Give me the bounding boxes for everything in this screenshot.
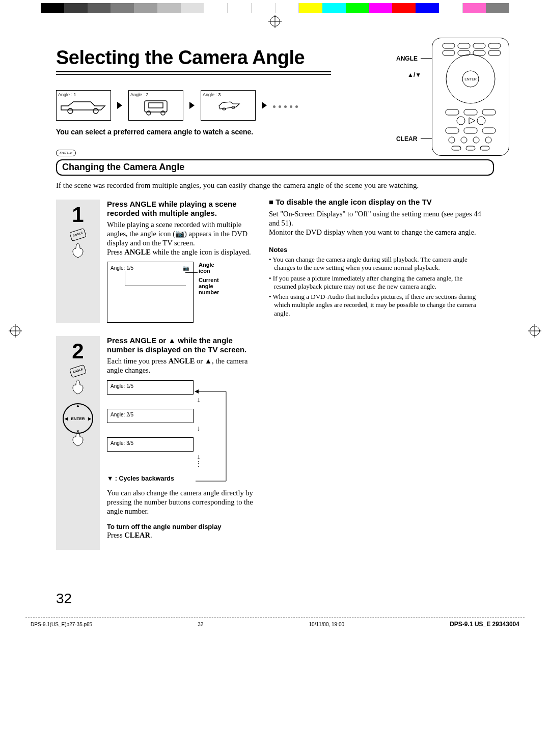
dvd-v-badge: DVD-V <box>56 150 76 156</box>
svg-point-14 <box>457 117 465 125</box>
remote-control-illustration: ANGLE ▲/▼ CLEAR ENTER <box>423 38 509 165</box>
svg-point-21 <box>461 137 467 143</box>
angle-button-icon-2: ANGLE <box>69 365 87 378</box>
remote-label-clear: CLEAR <box>396 135 417 143</box>
cycle-arrow-icon <box>195 386 235 483</box>
registration-mark-right <box>530 326 540 336</box>
step-1-heading: Press ANGLE while playing a scene record… <box>107 200 255 218</box>
footer-docid: DPS-9.1 US_E 29343004 <box>450 621 519 628</box>
disable-icon-p1: Set "On-Screen Displays" to "Off" using … <box>269 209 483 228</box>
step-1-screen-text: Angle: 1/5 <box>111 265 133 271</box>
ellipsis-dots <box>273 101 301 110</box>
step-2-text-1: Each time you press ANGLE or ▲, the came… <box>107 356 255 375</box>
angle-example-1-label: Angle : 1 <box>58 92 76 97</box>
step-2-screen-3: Angle: 3/5 <box>107 437 194 452</box>
svg-rect-3 <box>443 43 455 48</box>
page-number: 32 <box>56 591 494 607</box>
step-1: 1 ANGLE Press ANGLE while playing a scen… <box>56 200 255 323</box>
svg-point-16 <box>477 117 485 125</box>
notes-list-item: If you pause a picture immediately after… <box>269 274 483 291</box>
registration-mark-top <box>270 16 280 26</box>
svg-rect-30 <box>149 103 163 108</box>
svg-rect-17 <box>446 128 459 133</box>
svg-rect-10 <box>488 50 501 55</box>
svg-rect-11 <box>446 109 459 115</box>
footer-date: 10/11/00, 19:00 <box>309 622 345 627</box>
svg-point-22 <box>473 137 479 143</box>
arrow-right-icon <box>117 102 122 109</box>
title-underline <box>56 71 331 75</box>
arrow-right-icon <box>262 102 267 109</box>
section-intro: If the scene was recorded from multiple … <box>56 181 494 190</box>
svg-marker-15 <box>469 118 475 124</box>
remote-label-arrows: ▲/▼ <box>407 71 421 78</box>
notes-list: You can change the camera angle during s… <box>269 256 483 318</box>
step-1-screen: Angle: 1/5 📷 <box>107 262 194 323</box>
svg-rect-25 <box>466 146 475 150</box>
step-2-sidebar: 2 ANGLE ENTER ▲ ▼ ◀ ▶ <box>56 336 100 550</box>
svg-point-28 <box>93 108 98 114</box>
step-1-number: 1 <box>56 203 100 227</box>
svg-rect-18 <box>464 128 477 133</box>
svg-marker-35 <box>195 389 199 394</box>
svg-text:ENTER: ENTER <box>464 77 477 81</box>
remote-label-angle: ANGLE <box>396 55 418 62</box>
step-2-screen-2: Angle: 2/5 <box>107 409 194 423</box>
angle-button-icon: ANGLE <box>69 228 87 241</box>
svg-rect-5 <box>473 43 485 48</box>
step-1-text-2: Press ANGLE while the angle icon is disp… <box>107 247 255 257</box>
color-calibration-bar <box>41 3 509 13</box>
turn-off-heading: To turn off the angle number display <box>107 523 255 530</box>
angle-example-2: Angle : 2 <box>128 90 183 121</box>
svg-point-31 <box>147 111 151 115</box>
angle-example-1: Angle : 1 <box>56 90 111 121</box>
print-footer: DPS-9.1(US_E)p27-35.p65 32 10/11/00, 19:… <box>25 617 525 638</box>
svg-rect-19 <box>482 128 496 133</box>
footer-filename: DPS-9.1(US_E)p27-35.p65 <box>31 622 92 627</box>
svg-point-27 <box>68 108 73 114</box>
callout-angle-icon: Angle icon <box>199 262 214 274</box>
press-angle-icon: ANGLE <box>68 230 88 255</box>
arrow-right-icon <box>189 102 195 109</box>
svg-point-32 <box>161 111 165 115</box>
svg-rect-6 <box>488 43 501 48</box>
press-angle-icon-2: ANGLE <box>68 367 88 391</box>
angle-example-3-label: Angle : 3 <box>203 92 221 97</box>
svg-rect-26 <box>480 146 489 150</box>
footer-page: 32 <box>198 622 203 627</box>
disable-icon-p2: Monitor the DVD display when you want to… <box>269 228 483 237</box>
registration-mark-left <box>10 326 20 336</box>
step-2: 2 ANGLE ENTER ▲ ▼ ◀ ▶ Press ANGL <box>56 336 255 550</box>
step-2-text-2: You can also change the camera angle dir… <box>107 488 255 516</box>
angle-example-3: Angle : 3 <box>201 90 256 121</box>
svg-rect-13 <box>482 109 496 115</box>
notes-heading: Notes <box>269 246 483 254</box>
svg-point-20 <box>449 137 455 143</box>
svg-rect-7 <box>443 50 455 55</box>
step-2-screen-1: Angle: 1/5 <box>107 380 194 395</box>
svg-rect-12 <box>464 109 477 115</box>
svg-rect-4 <box>458 43 470 48</box>
camera-angle-icon: 📷 <box>183 265 189 271</box>
notes-list-item: You can change the camera angle during s… <box>269 256 483 272</box>
turn-off-text: Press CLEAR. <box>107 530 255 540</box>
direction-pad-icon: ENTER ▲ ▼ ◀ ▶ <box>63 403 93 434</box>
notes-list-item: When using a DVD-Audio that includes pic… <box>269 293 483 318</box>
step-2-heading: Press ANGLE or ▲ while the angle number … <box>107 336 255 354</box>
step-2-number: 2 <box>56 339 100 363</box>
step-1-sidebar: 1 ANGLE <box>56 200 100 323</box>
step-1-text-1: While playing a scene recorded with mult… <box>107 220 255 247</box>
callout-current-angle: Current angle number <box>199 277 229 295</box>
svg-rect-24 <box>452 146 461 150</box>
svg-point-23 <box>485 137 491 143</box>
disable-icon-heading: ■ To disable the angle icon display on t… <box>269 198 483 206</box>
angle-example-2-label: Angle : 2 <box>130 92 149 97</box>
